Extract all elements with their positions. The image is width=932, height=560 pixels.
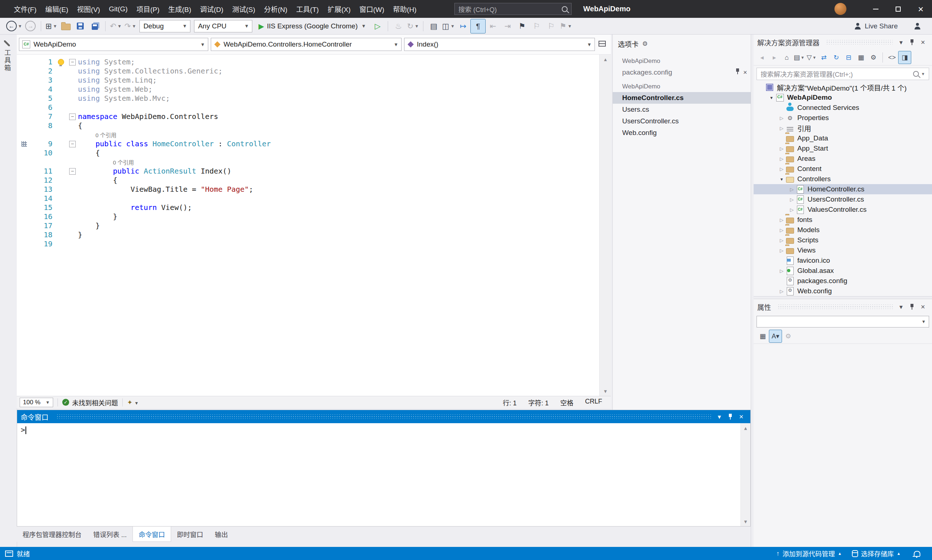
expander-right-icon[interactable]: ▷ <box>788 197 796 202</box>
menu-item[interactable]: 扩展(X) <box>323 0 355 18</box>
command-window-titlebar[interactable]: 命令窗口 ▼ × <box>17 410 750 423</box>
close-panel-button[interactable]: × <box>917 37 928 47</box>
platform-dropdown[interactable]: Any CPU▼ <box>194 20 252 32</box>
forward-icon[interactable]: ▸ <box>768 51 781 64</box>
redo-icon[interactable]: ↷▼ <box>123 19 138 33</box>
solution-search-box[interactable]: 搜索解决方案资源管理器(Ctrl+;) ▼ <box>756 68 929 80</box>
collapse-region-icon[interactable]: – <box>69 59 76 66</box>
panel-tab[interactable]: 错误列表 ... <box>87 526 132 542</box>
menu-item[interactable]: 视图(V) <box>73 0 105 18</box>
menu-item[interactable]: 调试(D) <box>196 0 228 18</box>
lightbulb-icon[interactable] <box>58 59 64 65</box>
code-line[interactable]: 8{ <box>17 121 599 130</box>
code-line[interactable]: 3using System.Linq; <box>17 76 599 85</box>
tree-item[interactable]: ▾WebApiDemo <box>753 92 932 103</box>
expander-right-icon[interactable]: ▷ <box>778 238 786 243</box>
categorized-icon[interactable]: ▦ <box>756 330 769 342</box>
tree-item[interactable]: ▷Areas <box>753 154 932 164</box>
menu-item[interactable]: 编辑(E) <box>41 0 72 18</box>
member-dropdown[interactable]: Index() ▼ <box>404 38 595 51</box>
expander-down-icon[interactable]: ▾ <box>778 177 786 182</box>
eol-indicator[interactable]: CRLF <box>579 398 608 407</box>
expander-right-icon[interactable]: ▷ <box>778 228 786 233</box>
panel-tab[interactable]: 即时窗口 <box>171 526 209 542</box>
code-line[interactable]: 6 <box>17 103 599 112</box>
navigate-back-icon[interactable]: ←▼ <box>5 19 23 33</box>
issues-label[interactable]: 未找到相关问题 <box>72 398 118 407</box>
type-dropdown[interactable]: WebApiDemo.Controllers.HomeController ▼ <box>211 38 402 51</box>
tree-item[interactable]: ▷ValuesController.cs <box>753 205 932 215</box>
tree-item[interactable]: favicon.ico <box>753 255 932 266</box>
code-editor[interactable]: 1–using System;2using System.Collections… <box>17 55 599 396</box>
collapse-region-icon[interactable]: – <box>69 114 76 120</box>
switch-views-icon[interactable]: ▤▼ <box>793 51 805 64</box>
minimize-button[interactable] <box>864 0 887 18</box>
window-position-button[interactable]: ▼ <box>896 302 906 312</box>
tree-item[interactable]: ▷Content <box>753 164 932 174</box>
tree-item[interactable]: 解决方案"WebApiDemo"(1 个项目/共 1 个) <box>753 82 932 92</box>
toggle-bookmark-icon[interactable]: ⚑ <box>515 19 529 33</box>
tree-item[interactable]: ▷引用 <box>753 123 932 133</box>
document-tab[interactable]: UsersController.cs <box>613 115 751 127</box>
tree-item[interactable]: ▷HomeController.cs <box>753 184 932 194</box>
notifications-button[interactable] <box>906 547 928 560</box>
collapse-all-icon[interactable]: ⊟ <box>843 51 855 64</box>
tree-item[interactable]: ▷Scripts <box>753 235 932 245</box>
code-line[interactable]: 18} <box>17 230 599 239</box>
code-line[interactable]: 9– public class HomeController : Control… <box>17 139 599 148</box>
scroll-down-icon[interactable]: ▼ <box>741 517 750 526</box>
gear-icon[interactable]: ⚙ <box>642 40 648 48</box>
solution-explorer-titlebar[interactable]: 解决方案资源管理器 ▼ × <box>753 35 932 50</box>
tree-item[interactable]: ▷App_Start <box>753 143 932 154</box>
keep-open-button[interactable] <box>736 68 739 76</box>
alphabetical-icon[interactable]: A▾ <box>769 330 782 343</box>
back-icon[interactable]: ◂ <box>756 51 768 64</box>
expander-right-icon[interactable]: ▷ <box>778 268 786 274</box>
line-indicator[interactable]: 行: 1 <box>497 398 522 407</box>
refresh-icon[interactable]: ↻ <box>830 51 843 64</box>
scroll-down-icon[interactable]: ▼ <box>599 386 611 396</box>
home-icon[interactable]: ⌂ <box>781 51 793 64</box>
tree-item[interactable]: ▷Web.config <box>753 286 932 296</box>
code-line[interactable]: 13 ViewBag.Title = "Home Page"; <box>17 185 599 194</box>
panel-tab[interactable]: 命令窗口 <box>132 526 171 542</box>
menu-item[interactable]: 分析(N) <box>260 0 292 18</box>
tree-item[interactable]: ▷Global.asax <box>753 266 932 276</box>
collapse-region-icon[interactable]: – <box>69 141 76 148</box>
select-repository-button[interactable]: 选择存储库 ▲ <box>847 547 906 560</box>
code-line[interactable]: 0 个引用 <box>17 158 599 167</box>
expander-right-icon[interactable]: ▷ <box>778 156 786 162</box>
code-line[interactable]: 0 个引用 <box>17 130 599 139</box>
decrease-indent-icon[interactable]: ⇤ <box>486 19 500 33</box>
expander-right-icon[interactable]: ▷ <box>778 115 786 121</box>
scroll-up-icon[interactable]: ▲ <box>599 55 611 64</box>
tree-item[interactable]: ▷Properties <box>753 113 932 123</box>
split-editor-button[interactable] <box>599 41 606 48</box>
editor-scrollbar[interactable]: ▲ ▼ <box>599 55 611 396</box>
pin-button[interactable] <box>906 302 917 312</box>
expander-right-icon[interactable]: ▷ <box>788 187 796 192</box>
window-position-button[interactable]: ▼ <box>896 37 906 47</box>
quick-search-box[interactable]: 搜索 (Ctrl+Q) <box>454 3 572 15</box>
horizontal-splitter[interactable] <box>753 296 932 299</box>
window-position-button[interactable]: ▼ <box>714 412 725 422</box>
start-without-debugging-icon[interactable]: ▷ <box>370 19 385 33</box>
add-item-icon[interactable]: ⊞▼ <box>44 19 59 33</box>
project-dropdown[interactable]: WebApiDemo ▼ <box>19 38 208 51</box>
space-indicator[interactable]: 空格 <box>555 398 579 407</box>
expander-right-icon[interactable]: ▷ <box>778 248 786 253</box>
menu-item[interactable]: 窗口(W) <box>355 0 389 18</box>
menu-item[interactable]: 项目(P) <box>132 0 164 18</box>
save-icon[interactable] <box>73 19 88 33</box>
command-input-area[interactable]: > ▲ ▼ <box>17 423 750 526</box>
undo-icon[interactable]: ↶▼ <box>108 19 123 33</box>
expander-right-icon[interactable]: ▷ <box>788 207 796 212</box>
tree-item[interactable]: App_Data <box>753 133 932 143</box>
document-tab[interactable]: packages.config× <box>613 66 751 78</box>
tree-item[interactable]: Connected Services <box>753 103 932 113</box>
view-code-icon[interactable]: <> <box>886 51 898 64</box>
code-line[interactable]: 2using System.Collections.Generic; <box>17 66 599 76</box>
clear-bookmarks-icon[interactable]: ⚑▼ <box>558 19 573 33</box>
next-bookmark-icon[interactable]: ⚐ <box>544 19 558 33</box>
start-debugging-button[interactable]: ▶ IIS Express (Google Chrome) ▼ <box>256 19 369 33</box>
